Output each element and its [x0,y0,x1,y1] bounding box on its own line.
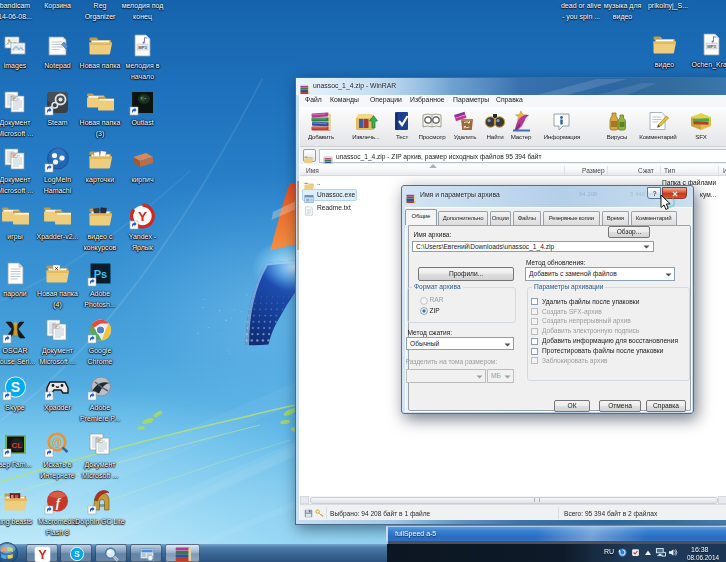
svg-text:S: S [74,549,80,559]
svg-text:Y: Y [138,209,147,224]
svg-text:MP3: MP3 [707,44,716,49]
svg-text:S: S [10,379,19,395]
svg-text:MP3: MP3 [138,45,147,50]
svg-text:Y: Y [38,547,47,562]
svg-text:CL: CL [11,441,22,450]
svg-text:@: @ [52,436,62,448]
